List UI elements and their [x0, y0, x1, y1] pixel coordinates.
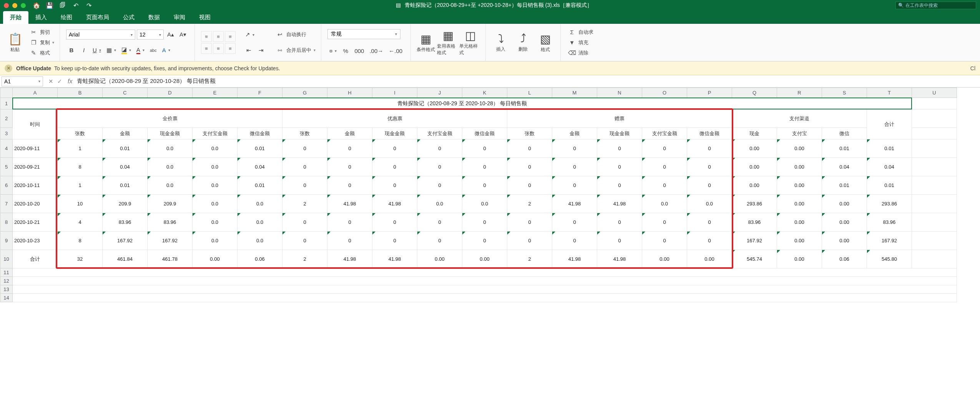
- cell[interactable]: 545.80: [867, 250, 912, 268]
- cell[interactable]: 0: [417, 232, 462, 250]
- orientation-button[interactable]: ↗: [243, 30, 256, 40]
- date-cell[interactable]: 2020-09-21: [13, 158, 58, 176]
- cell[interactable]: 0: [417, 139, 462, 158]
- row-header[interactable]: 4: [0, 139, 13, 158]
- date-cell[interactable]: 2020-10-20: [13, 195, 58, 213]
- sub-header[interactable]: 金额: [327, 128, 372, 139]
- increase-font-button[interactable]: A▴: [165, 30, 176, 40]
- sub-header[interactable]: 支付宝金额: [417, 128, 462, 139]
- sub-header[interactable]: 张数: [282, 128, 327, 139]
- cell[interactable]: 2: [282, 195, 327, 213]
- clear-button[interactable]: ⌫清除: [568, 48, 593, 58]
- cell[interactable]: 0.00: [777, 158, 822, 176]
- align-bottom-left-button[interactable]: ≡: [201, 43, 212, 54]
- cancel-edit-icon[interactable]: ✕: [48, 78, 53, 85]
- sub-header[interactable]: 微信金额: [238, 128, 282, 139]
- print-icon[interactable]: 🗐: [59, 2, 66, 9]
- column-header[interactable]: I: [372, 88, 417, 98]
- cell[interactable]: 0.01: [103, 176, 148, 195]
- cell[interactable]: 0: [282, 158, 327, 176]
- percent-button[interactable]: %: [340, 46, 351, 56]
- cell[interactable]: [912, 195, 957, 213]
- tab-formulas[interactable]: 公式: [116, 11, 141, 24]
- cell[interactable]: 0.01: [103, 139, 148, 158]
- italic-button[interactable]: I: [78, 45, 89, 55]
- cell[interactable]: 0.01: [822, 176, 867, 195]
- cell[interactable]: 1: [58, 139, 103, 158]
- cell[interactable]: 2: [507, 195, 552, 213]
- cell[interactable]: 83.96: [867, 213, 912, 232]
- cell[interactable]: 0.00: [822, 213, 867, 232]
- cell[interactable]: 0: [642, 176, 687, 195]
- tab-insert[interactable]: 插入: [28, 11, 54, 24]
- cell[interactable]: 41.98: [552, 195, 597, 213]
- cell[interactable]: 0: [417, 213, 462, 232]
- align-bottom-center-button[interactable]: ≡: [213, 43, 224, 54]
- cell[interactable]: 0.01: [238, 139, 282, 158]
- cell[interactable]: 0.00: [777, 139, 822, 158]
- cell[interactable]: 0: [282, 139, 327, 158]
- cell[interactable]: 461.78: [148, 250, 193, 268]
- row-header[interactable]: 7: [0, 195, 13, 213]
- cell[interactable]: 0.00: [732, 139, 777, 158]
- cell[interactable]: 293.86: [732, 195, 777, 213]
- align-bottom-right-button[interactable]: ≡: [225, 43, 236, 54]
- header-discount[interactable]: 优惠票: [282, 109, 507, 128]
- cell[interactable]: 0.00: [822, 232, 867, 250]
- cell[interactable]: 293.86: [867, 195, 912, 213]
- cell[interactable]: 0.0: [193, 232, 238, 250]
- cell[interactable]: 0.0: [193, 176, 238, 195]
- cell[interactable]: 0.0: [193, 139, 238, 158]
- row-header[interactable]: 2: [0, 109, 13, 128]
- cell[interactable]: 0.00: [732, 176, 777, 195]
- row-header[interactable]: 3: [0, 128, 13, 139]
- cell[interactable]: 41.98: [597, 250, 642, 268]
- sub-header[interactable]: 张数: [58, 128, 103, 139]
- fx-icon[interactable]: fx: [68, 78, 72, 85]
- header-pay-channel[interactable]: 支付渠道: [732, 109, 867, 128]
- column-header[interactable]: J: [417, 88, 462, 98]
- sub-header[interactable]: 微信: [822, 128, 867, 139]
- tab-page-layout[interactable]: 页面布局: [79, 11, 116, 24]
- cell[interactable]: 0: [462, 176, 507, 195]
- report-title-cell[interactable]: 青蛙探险记（2020-08-29 至 2020-10-28） 每日销售额: [13, 98, 912, 109]
- column-header[interactable]: M: [552, 88, 597, 98]
- conditional-formatting-button[interactable]: ▦条件格式: [415, 26, 437, 59]
- cell[interactable]: 167.92: [867, 232, 912, 250]
- sub-header[interactable]: 张数: [507, 128, 552, 139]
- cell[interactable]: 32: [58, 250, 103, 268]
- cell[interactable]: [912, 98, 957, 109]
- date-cell[interactable]: 2020-10-23: [13, 232, 58, 250]
- worksheet[interactable]: A B C D E F G H I J K L M N O P Q R S T …: [0, 88, 980, 302]
- cell[interactable]: 209.9: [103, 195, 148, 213]
- cell[interactable]: 0: [327, 176, 372, 195]
- cell[interactable]: [912, 232, 957, 250]
- currency-button[interactable]: ¤: [327, 46, 339, 56]
- workbook-search[interactable]: 🔍 在工作表中搜索: [895, 2, 976, 9]
- sub-header[interactable]: 微信金额: [687, 128, 732, 139]
- cell[interactable]: 10: [58, 195, 103, 213]
- cell[interactable]: 83.96: [148, 213, 193, 232]
- cell[interactable]: 0: [327, 213, 372, 232]
- header-gift[interactable]: 赠票: [507, 109, 732, 128]
- comma-button[interactable]: 000: [352, 46, 366, 56]
- cell[interactable]: 41.98: [552, 250, 597, 268]
- column-header[interactable]: G: [282, 88, 327, 98]
- column-header[interactable]: K: [462, 88, 507, 98]
- cell[interactable]: 0: [642, 232, 687, 250]
- cell[interactable]: 0: [507, 213, 552, 232]
- insert-cells-button[interactable]: ⤵插入: [490, 26, 512, 59]
- cell[interactable]: 0: [507, 176, 552, 195]
- cell[interactable]: 0.00: [687, 250, 732, 268]
- cell[interactable]: [912, 109, 957, 128]
- cell[interactable]: 4: [58, 213, 103, 232]
- sub-header[interactable]: 现金: [732, 128, 777, 139]
- font-color-button[interactable]: A: [135, 45, 146, 55]
- decrease-font-button[interactable]: A▾: [178, 30, 188, 40]
- cell[interactable]: 0: [597, 158, 642, 176]
- cell[interactable]: 0: [327, 139, 372, 158]
- cell[interactable]: 1: [58, 176, 103, 195]
- cell[interactable]: 0.06: [822, 250, 867, 268]
- cell[interactable]: 0: [462, 213, 507, 232]
- date-cell[interactable]: 2020-10-21: [13, 213, 58, 232]
